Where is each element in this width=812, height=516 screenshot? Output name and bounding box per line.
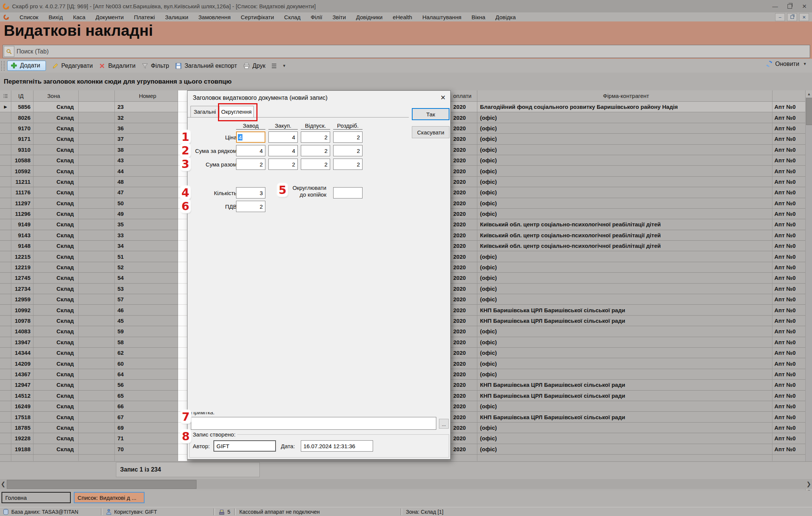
menu-item-1[interactable]: Список [20, 14, 38, 20]
cell-apt: Апт №0 [772, 391, 805, 401]
mdi-minimize-button[interactable]: – [775, 13, 785, 21]
menu-item-12[interactable]: Довідники [356, 14, 382, 20]
menu-item-15[interactable]: Вікна [472, 14, 486, 20]
row-selector [0, 391, 11, 401]
cell-firm: (офіс) [477, 326, 772, 337]
toolbar: Додати Редагувати Видалити Фільтр Загаль… [0, 59, 812, 73]
cell-partial [451, 455, 477, 461]
horizontal-scroll-thumb[interactable] [7, 480, 197, 489]
menu-item-8[interactable]: Сертифікати [241, 14, 274, 20]
ok-button[interactable]: Так [412, 108, 449, 120]
cell-partial [34, 455, 79, 461]
round-kopecks-input[interactable] [333, 187, 363, 198]
close-button[interactable]: ✕ [802, 3, 807, 10]
menu-item-16[interactable]: Довідка [495, 14, 516, 20]
column-header-number: Номер [115, 90, 178, 102]
scroll-left-icon[interactable]: ❮ [1, 481, 6, 487]
list-icon [271, 63, 278, 69]
cell-blank [79, 187, 115, 198]
scroll-up-icon[interactable]: ▲ [806, 90, 812, 97]
cell-apt: Апт №0 [772, 412, 805, 422]
cell-firm: (офіс) [477, 251, 772, 262]
menu-item-9[interactable]: Склад [284, 14, 300, 20]
cell-firm: КНП Баришівська ЦРЛ Баришівської сільськ… [477, 380, 772, 390]
mdi-close-button[interactable]: ✕ [799, 13, 809, 21]
cell-firm: (офіс) [477, 166, 772, 176]
minimize-button[interactable]: — [772, 3, 778, 9]
grid-input-Сума за рядком-Завод[interactable]: 4 [236, 145, 265, 156]
menu-item-11[interactable]: Звіти [332, 14, 346, 20]
database-icon [3, 509, 9, 515]
cell-id: 10978 [11, 316, 34, 326]
app-logo-icon [2, 3, 10, 10]
cell-blank [79, 145, 115, 155]
cell-blank [79, 326, 115, 337]
cell-number: 67 [115, 412, 178, 422]
note-input[interactable] [191, 417, 436, 430]
scroll-right-icon[interactable]: ❯ [806, 481, 811, 487]
date-input[interactable]: 16.07.2024 12:31:36 [301, 440, 373, 452]
delete-button[interactable]: Видалити [99, 63, 135, 69]
menu-item-3[interactable]: Каса [73, 14, 85, 20]
menu-item-10[interactable]: Філії [311, 14, 322, 20]
vertical-scrollbar[interactable]: ▲ ▼ [805, 90, 812, 494]
grid-input-Сума за рядком-Відпуск.[interactable]: 2 [301, 145, 330, 156]
grid-input-Ціна-Закуп.[interactable]: 4 [268, 131, 298, 143]
column-header-zone: Зона [34, 90, 79, 102]
tab-general[interactable]: Загальні [190, 106, 219, 117]
cell-zone: Склад [34, 209, 79, 219]
menu-item-14[interactable]: Налаштування [422, 14, 462, 20]
cell-number: 58 [115, 337, 178, 348]
grid-row-label: Сума за рядком [187, 148, 237, 154]
vat-input[interactable]: 2 [236, 201, 265, 212]
cell-number: 64 [115, 369, 178, 380]
print-button[interactable]: Друк [243, 63, 266, 69]
filter-button[interactable]: Фільтр [142, 63, 169, 69]
author-input[interactable]: GIFT [213, 440, 276, 452]
tab-home[interactable]: Головна [2, 492, 71, 503]
grid-input-Сума разом-Завод[interactable]: 2 [236, 159, 265, 170]
refresh-button[interactable]: Оновити ▼ [766, 60, 807, 67]
mdi-restore-button[interactable] [787, 13, 797, 21]
edit-button[interactable]: Редагувати [52, 63, 93, 69]
grid-input-Сума разом-Роздріб.[interactable]: 2 [333, 159, 363, 170]
menu-item-2[interactable]: Вихід [49, 14, 63, 20]
row-selector [0, 209, 11, 219]
search-input[interactable]: Поиск (Tab) [3, 45, 810, 58]
cell-zone: Склад [34, 284, 79, 294]
menu-item-4[interactable]: Документи [96, 14, 124, 20]
vertical-scroll-thumb[interactable] [806, 98, 812, 125]
column-header-blank [79, 90, 115, 102]
cell-firm: (офіс) [477, 134, 772, 144]
menu-item-6[interactable]: Залишки [165, 14, 189, 20]
add-button[interactable]: Додати [7, 61, 46, 71]
export-button[interactable]: Загальний експорт [175, 63, 237, 69]
grid-input-Ціна-Роздріб.[interactable]: 2 [333, 131, 363, 143]
cell-firm: Благодійний фонд соціального розвитку Ба… [477, 102, 772, 112]
grid-input-Ціна-Завод[interactable]: 4 [236, 131, 265, 143]
menu-item-13[interactable]: eHealth [393, 14, 412, 20]
grid-input-Ціна-Відпуск.[interactable]: 2 [301, 131, 330, 143]
status-separator [213, 508, 215, 515]
grid-input-Сума разом-Закуп.[interactable]: 2 [268, 159, 298, 170]
view-menu-button[interactable]: ▼ [271, 63, 286, 69]
cell-blank [79, 112, 115, 123]
restore-button[interactable] [788, 4, 792, 9]
menu-item-7[interactable]: Замовлення [198, 14, 230, 20]
toolbar-grip[interactable] [1, 61, 5, 71]
menu-item-5[interactable]: Платежі [134, 14, 155, 20]
cancel-button[interactable]: Скасувати [412, 126, 449, 138]
cell-zone: Склад [34, 412, 79, 422]
grid-input-Сума за рядком-Закуп.[interactable]: 4 [268, 145, 298, 156]
cell-payment-date: 2020 [451, 423, 477, 433]
cell-payment-date: 2020 [451, 337, 477, 348]
note-more-button[interactable]: ... [439, 419, 449, 429]
grid-input-Сума за рядком-Роздріб.[interactable]: 2 [333, 145, 363, 156]
row-selector [0, 262, 11, 273]
dialog-close-icon[interactable]: ✕ [440, 94, 446, 102]
grid-input-Сума разом-Відпуск.[interactable]: 2 [301, 159, 330, 170]
tab-list-documents[interactable]: Список: Видаткові д ... [74, 492, 145, 503]
row-selector [0, 401, 11, 412]
qty-input[interactable]: 3 [236, 187, 265, 198]
row-selector [0, 316, 11, 326]
